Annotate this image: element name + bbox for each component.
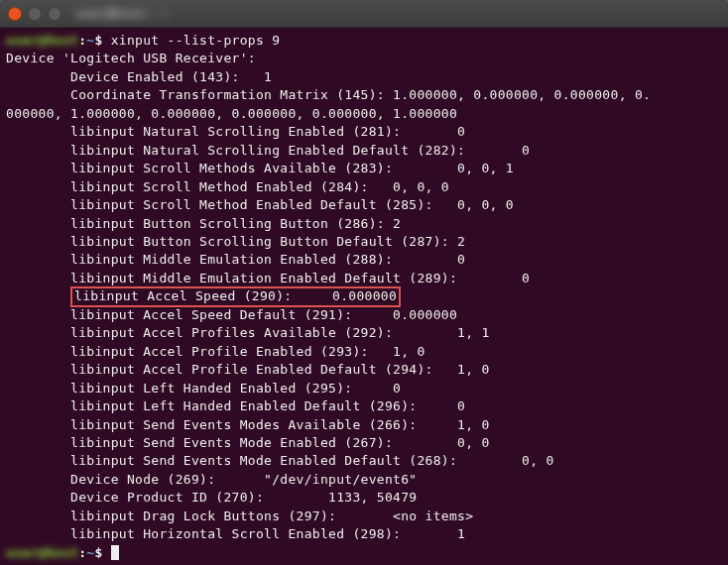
output-line: libinput Button Scrolling Button (286): … (6, 216, 401, 231)
output-line: Device 'Logitech USB Receiver': (6, 51, 256, 65)
output-line: libinput Accel Profiles Available (292):… (6, 325, 490, 340)
minimize-icon[interactable] (28, 7, 42, 21)
output-highlight-prefix (6, 288, 70, 303)
output-line: libinput Natural Scrolling Enabled Defau… (6, 143, 530, 158)
output-line: libinput Accel Profile Enabled Default (… (6, 362, 490, 377)
output-line: 000000, 1.000000, 0.000000, 0.000000, 0.… (6, 106, 457, 121)
output-line: Coordinate Transformation Matrix (145): … (6, 87, 651, 102)
output-line: libinput Middle Emulation Enabled Defaul… (6, 271, 530, 285)
command-text: xinput --list-props 9 (111, 33, 281, 48)
output-line: libinput Left Handed Enabled Default (29… (6, 398, 465, 413)
output-line: libinput Send Events Mode Enabled (267):… (6, 435, 490, 450)
output-line: Device Enabled (143): 1 (6, 69, 272, 84)
terminal-body[interactable]: user@host:~$ xinput --list-props 9 Devic… (0, 28, 728, 565)
output-line: libinput Left Handed Enabled (295): 0 (6, 381, 401, 396)
window-titlebar[interactable]: user@host: ~ (0, 0, 728, 28)
output-line: libinput Scroll Method Enabled Default (… (6, 197, 514, 212)
output-line: libinput Send Events Mode Enabled Defaul… (6, 453, 554, 468)
output-line: libinput Horizontal Scroll Enabled (298)… (6, 526, 465, 541)
prompt-userhost: user@host (6, 33, 78, 48)
output-line: libinput Accel Profile Enabled (293): 1,… (6, 344, 425, 359)
prompt-dollar: $ (94, 33, 110, 48)
output-line: libinput Drag Lock Buttons (297): <no it… (6, 508, 473, 523)
close-icon[interactable] (8, 7, 22, 21)
window-title: user@host: ~ (75, 6, 169, 21)
output-line: libinput Scroll Methods Available (283):… (6, 161, 514, 175)
output-line: libinput Send Events Modes Available (26… (6, 417, 490, 432)
prompt-userhost: user@host (6, 545, 78, 560)
prompt-dollar: $ (94, 545, 110, 560)
output-line-highlighted: libinput Accel Speed (290): 0.000000 (70, 286, 401, 306)
output-line: libinput Middle Emulation Enabled (288):… (6, 252, 465, 267)
output-line: libinput Natural Scrolling Enabled (281)… (6, 124, 465, 139)
terminal-window: user@host: ~ user@host:~$ xinput --list-… (0, 0, 728, 565)
output-line: Device Node (269): "/dev/input/event6" (6, 472, 417, 487)
cursor-icon (111, 545, 119, 560)
output-line: libinput Scroll Method Enabled (284): 0,… (6, 179, 449, 194)
output-line: Device Product ID (270): 1133, 50479 (6, 490, 417, 505)
output-line: libinput Button Scrolling Button Default… (6, 234, 465, 249)
output-line: libinput Accel Speed Default (291): 0.00… (6, 307, 457, 322)
maximize-icon[interactable] (48, 7, 61, 21)
